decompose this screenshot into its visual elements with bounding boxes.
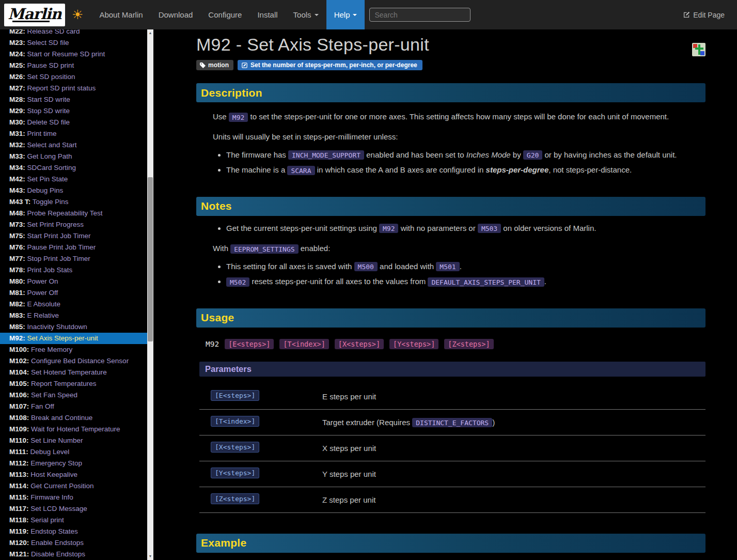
brief-icon <box>242 63 247 68</box>
sidebar-item-m109[interactable]: M109: Wait for Hotend Temperature <box>0 424 147 435</box>
nav-item-about-marlin[interactable]: About Marlin <box>91 0 150 29</box>
sidebar-item-m27[interactable]: M27: Report SD print status <box>0 83 147 94</box>
sidebar-item-m115[interactable]: M115: Firmware Info <box>0 492 147 503</box>
sidebar-item-m78[interactable]: M78: Print Job Stats <box>0 265 147 276</box>
sidebar-item-m81[interactable]: M81: Power Off <box>0 287 147 299</box>
sidebar-item-m107[interactable]: M107: Fan Off <box>0 401 147 412</box>
parameter-code: [E<steps>] <box>211 390 259 401</box>
bullet-list: This setting for all axes is saved with … <box>217 261 705 288</box>
sidebar-item-code: M82: <box>9 300 25 308</box>
sidebar-item-m42[interactable]: M42: Set Pin State <box>0 174 147 185</box>
sidebar-item-label: Print time <box>25 130 57 137</box>
edit-page-link[interactable]: Edit Page <box>683 11 725 19</box>
sidebar-item-code: M31: <box>9 130 25 137</box>
inline-code: M502 <box>226 277 249 287</box>
sidebar-item-code: M43: <box>9 186 25 194</box>
nav-item-help[interactable]: Help <box>326 0 365 29</box>
sidebar-item-m24[interactable]: M24: Start or Resume SD print <box>0 49 147 60</box>
paragraph: Units will usually be set in steps-per-m… <box>213 131 705 143</box>
scroll-down-arrow-icon[interactable]: ▼ <box>147 553 153 560</box>
sidebar-item-m108[interactable]: M108: Break and Continue <box>0 412 147 424</box>
sidebar-item-m77[interactable]: M77: Stop Print Job Timer <box>0 253 147 265</box>
sidebar-item-m43-t[interactable]: M43 T: Toggle Pins <box>0 196 147 208</box>
sidebar-item-m114[interactable]: M114: Get Current Position <box>0 480 147 492</box>
parameter-description: X steps per unit <box>322 442 376 453</box>
sidebar-item-m92[interactable]: M92: Set Axis Steps-per-unit <box>0 333 147 344</box>
sidebar-item-m73[interactable]: M73: Set Print Progress <box>0 219 147 230</box>
sidebar-item-m112[interactable]: M112: Emergency Stop <box>0 458 147 469</box>
tag-badge[interactable]: motion <box>196 60 233 70</box>
nav-item-label: About Marlin <box>99 10 143 19</box>
sidebar-item-code: M80: <box>9 277 25 285</box>
sidebar-item-m113[interactable]: M113: Host Keepalive <box>0 469 147 480</box>
scrollbar-thumb[interactable] <box>148 177 153 341</box>
sidebar-item-m80[interactable]: M80: Power On <box>0 276 147 287</box>
sidebar-item-m23[interactable]: M23: Select SD file <box>0 37 147 49</box>
sidebar-item-m119[interactable]: M119: Endstop States <box>0 526 147 537</box>
search-input[interactable] <box>369 8 471 22</box>
sidebar-item-m118[interactable]: M118: Serial print <box>0 515 147 526</box>
sidebar-item-m32[interactable]: M32: Select and Start <box>0 139 147 151</box>
sidebar-item-m34[interactable]: M34: SDCard Sorting <box>0 162 147 174</box>
sidebar-item-m26[interactable]: M26: Set SD position <box>0 71 147 83</box>
sidebar-item-code: M78: <box>9 266 25 274</box>
sidebar-item-m100[interactable]: M100: Free Memory <box>0 344 147 355</box>
sidebar-item-label: Wait for Hotend Temperature <box>29 425 120 433</box>
nav-item-tools[interactable]: Tools <box>286 0 326 29</box>
sidebar-item-m30[interactable]: M30: Delete SD file <box>0 117 147 128</box>
paragraph: Use M92 to set the steps-per-unit for on… <box>213 111 705 122</box>
bullet-list: Get the current steps-per-unit settings … <box>217 223 705 235</box>
sidebar-item-label: Serial print <box>29 516 64 524</box>
sidebar-item-m29[interactable]: M29: Stop SD write <box>0 105 147 117</box>
sidebar-item-code: M75: <box>9 232 25 240</box>
chevron-down-icon <box>353 14 357 16</box>
sidebar-item-m82[interactable]: M82: E Absolute <box>0 299 147 310</box>
sidebar-scrollbar[interactable]: ▲ ▼ <box>147 29 153 560</box>
sidebar-item-m121[interactable]: M121: Disable Endstops <box>0 549 147 560</box>
sidebar-item-m111[interactable]: M111: Debug Level <box>0 446 147 458</box>
page-icon[interactable] <box>692 43 705 56</box>
main-content: M92 - Set Axis Steps-per-unit motion <box>153 29 737 560</box>
sidebar-item-code: M118: <box>9 516 29 524</box>
inline-code: M92 <box>229 113 248 122</box>
sidebar-item-m48[interactable]: M48: Probe Repeatability Test <box>0 208 147 219</box>
sidebar-item-code: M92: <box>9 334 25 342</box>
sidebar-item-label: E Relative <box>25 312 59 319</box>
sidebar-item-code: M32: <box>9 141 25 149</box>
sidebar-item-m106[interactable]: M106: Set Fan Speed <box>0 390 147 401</box>
sidebar-item-m28[interactable]: M28: Start SD write <box>0 94 147 105</box>
sidebar-item-m120[interactable]: M120: Enable Endstops <box>0 537 147 549</box>
sidebar-item-code: M113: <box>9 471 29 478</box>
sidebar-item-m22[interactable]: M22: Release SD card <box>0 29 147 37</box>
inline-code: G20 <box>523 150 542 160</box>
sidebar-item-m85[interactable]: M85: Inactivity Shutdown <box>0 321 147 333</box>
sidebar-item-label: Release SD card <box>25 29 80 35</box>
sidebar-item-m76[interactable]: M76: Pause Print Job Timer <box>0 242 147 253</box>
sidebar-item-m102[interactable]: M102: Configure Bed Distance Sensor <box>0 355 147 367</box>
nav-item-install[interactable]: Install <box>249 0 285 29</box>
sidebar-item-m117[interactable]: M117: Set LCD Message <box>0 503 147 515</box>
nav-item-download[interactable]: Download <box>151 0 201 29</box>
parameter-name: [X<steps>] <box>211 442 322 452</box>
sidebar-item-code: M85: <box>9 323 25 331</box>
sidebar-item-m105[interactable]: M105: Report Temperatures <box>0 378 147 390</box>
sidebar-item-m25[interactable]: M25: Pause SD print <box>0 60 147 71</box>
sidebar-item-code: M33: <box>9 152 25 160</box>
sidebar-item-m83[interactable]: M83: E Relative <box>0 310 147 321</box>
marlin-logo-underline <box>12 21 50 22</box>
sidebar-item-m33[interactable]: M33: Get Long Path <box>0 151 147 162</box>
sidebar-item-m110[interactable]: M110: Set Line Number <box>0 435 147 446</box>
section-notes: NotesGet the current steps-per-unit sett… <box>196 197 705 288</box>
nav-item-configure[interactable]: Configure <box>200 0 249 29</box>
sidebar-item-m43[interactable]: M43: Debug Pins <box>0 185 147 196</box>
scroll-up-arrow-icon[interactable]: ▲ <box>147 29 153 37</box>
sidebar-item-m75[interactable]: M75: Start Print Job Timer <box>0 230 147 242</box>
sidebar-item-label: Break and Continue <box>29 414 92 422</box>
sidebar-item-code: M29: <box>9 107 25 115</box>
marlin-logo[interactable]: Marlin <box>4 4 65 26</box>
tag-badge-label: motion <box>208 61 229 69</box>
sidebar-item-m31[interactable]: M31: Print time <box>0 128 147 139</box>
sidebar-item-m104[interactable]: M104: Set Hotend Temperature <box>0 367 147 378</box>
sidebar-item-code: M111: <box>9 448 28 456</box>
sidebar-item-code: M73: <box>9 221 25 228</box>
